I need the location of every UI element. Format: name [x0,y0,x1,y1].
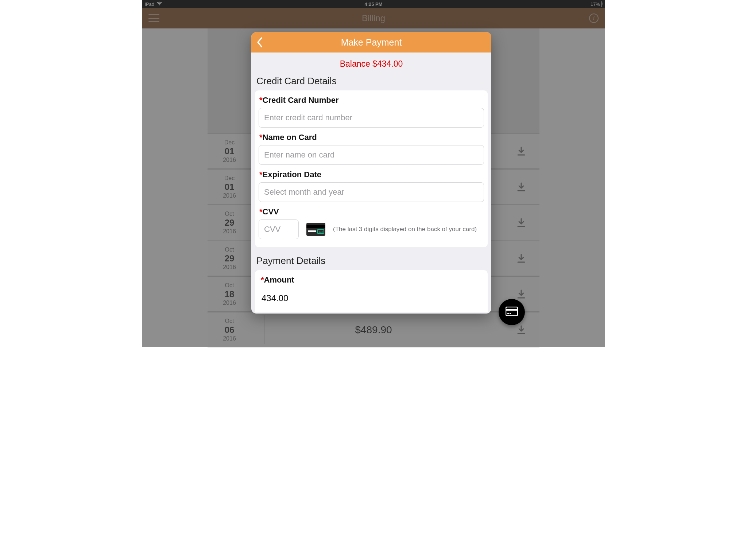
payment-fab[interactable] [499,299,525,325]
name-input[interactable] [259,145,484,165]
cc-details-card: *Credit Card Number *Name on Card *Expir… [255,90,488,247]
exp-input[interactable] [259,182,484,202]
credit-card-icon [506,307,518,318]
make-payment-modal: Make Payment Balance $434.00 Credit Card… [251,32,491,314]
svg-rect-11 [506,307,518,316]
balance-label: Balance $434.00 [251,52,491,73]
back-button[interactable] [256,32,271,52]
cc-section-title: Credit Card Details [251,73,491,90]
svg-rect-14 [510,313,511,314]
modal-title: Make Payment [341,37,402,48]
svg-text:123: 123 [318,230,323,233]
cc-number-input[interactable] [259,108,484,128]
amount-field: *Amount [260,275,483,309]
svg-rect-13 [507,313,509,314]
screen: iPad 4:25 PM 17% Billing i Dec012016Dec0… [142,0,605,347]
svg-rect-8 [308,230,316,232]
exp-field: *Expiration Date [259,170,484,202]
payment-details-card: *Amount [255,270,488,312]
exp-label: Expiration Date [263,170,321,179]
payment-section-title: Payment Details [251,252,491,270]
required-mark: * [259,133,263,142]
svg-rect-7 [306,225,325,228]
required-mark: * [259,207,263,216]
modal-body[interactable]: Balance $434.00 Credit Card Details *Cre… [251,52,491,314]
required-mark: * [259,170,263,179]
amount-input[interactable] [260,288,483,309]
modal-header: Make Payment [251,32,491,52]
required-mark: * [259,96,263,105]
cvv-input[interactable] [259,219,299,239]
svg-rect-12 [506,309,518,311]
cc-number-field: *Credit Card Number [259,96,484,128]
name-label: Name on Card [263,133,317,142]
cvv-hint: (The last 3 digits displayed on the back… [333,226,477,233]
cc-number-label: Credit Card Number [263,96,339,105]
card-back-icon: 123 [306,222,326,236]
name-field: *Name on Card [259,133,484,165]
cvv-label: CVV [263,207,279,216]
amount-label: Amount [264,275,294,284]
required-mark: * [261,275,264,284]
cvv-field: *CVV 123 (The last 3 dig [259,207,484,239]
